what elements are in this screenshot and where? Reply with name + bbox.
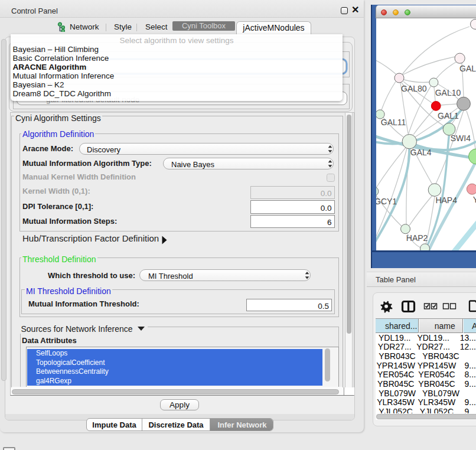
svg-text:GAL11: GAL11 <box>381 118 406 127</box>
svg-text:SWI4: SWI4 <box>451 133 471 143</box>
svg-text:HAP2: HAP2 <box>406 233 428 243</box>
svg-text:GAL2: GAL2 <box>459 64 476 73</box>
svg-text:YJ: YJ <box>473 195 476 204</box>
svg-text:GAL10: GAL10 <box>435 88 461 97</box>
svg-text:GCY1: GCY1 <box>376 197 397 206</box>
svg-text:HAP4: HAP4 <box>435 195 457 205</box>
svg-text:GAL80: GAL80 <box>401 84 427 93</box>
svg-text:GAL4: GAL4 <box>410 148 432 157</box>
svg-text:GAL1: GAL1 <box>438 111 459 120</box>
